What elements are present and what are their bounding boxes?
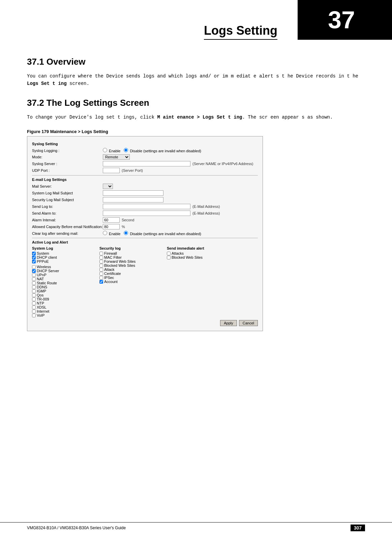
email-clear-enable-label[interactable]: Enable xyxy=(103,231,120,236)
section-37-1-title: 37.1 Overview xyxy=(27,57,365,67)
email-clear-log-row: Clear log after sending mail: Enable Dis… xyxy=(32,231,258,236)
email-mail-server-select[interactable] xyxy=(103,184,113,189)
email-clear-log-label: Clear log after sending mail: xyxy=(32,231,103,235)
system-log-ddns: DDNS xyxy=(32,285,99,289)
system-log-nat-checkbox[interactable] xyxy=(32,277,36,281)
system-log-nat: NAT xyxy=(32,277,99,281)
system-log-dhcp-client-checkbox[interactable] xyxy=(32,256,36,259)
system-log-wireless: Wireless xyxy=(32,265,99,269)
system-log-internet-checkbox[interactable] xyxy=(32,310,36,313)
syslog-server-hint: (Server NAME or IPv4/IPv6 Address) xyxy=(192,162,253,166)
system-log-voip: VoIP xyxy=(32,313,99,317)
syslog-udp-hint: (Server Port) xyxy=(122,168,143,172)
email-clear-disable-text: Disable (settings are invalid when disab… xyxy=(130,232,201,236)
email-send-log-input[interactable] xyxy=(103,204,190,209)
email-send-log-hint: (E-Mail Address) xyxy=(192,204,220,209)
syslog-logging-row: Syslog Logging : Enable Disable (setting… xyxy=(32,148,258,153)
email-send-log-label: Send Log to: xyxy=(32,204,103,209)
system-log-static-route: Static Route xyxy=(32,281,99,285)
syslog-udp-row: UDP Port : (Server Port) xyxy=(32,168,258,173)
syslog-server-input[interactable] xyxy=(103,161,190,166)
syslog-udp-input[interactable] xyxy=(103,168,120,173)
alert-attacks-checkbox[interactable] xyxy=(167,252,171,255)
security-log-attack-checkbox[interactable] xyxy=(99,268,103,272)
apply-button[interactable]: Apply xyxy=(220,320,237,326)
system-log-ddns-checkbox[interactable] xyxy=(32,285,36,289)
security-log-forward-web-checkbox[interactable] xyxy=(99,260,103,263)
system-log-upnp-checkbox[interactable] xyxy=(32,273,36,277)
security-log-blocked-web-checkbox[interactable] xyxy=(99,264,103,267)
system-log-voip-checkbox[interactable] xyxy=(32,314,36,317)
email-capacity-label: Allowed Capacity Before email Notificati… xyxy=(32,225,103,229)
system-log-wireless-checkbox[interactable] xyxy=(32,265,36,269)
email-alarm-interval-row: Alarm Interval: Second xyxy=(32,217,258,223)
system-log-internet: Internet xyxy=(32,309,99,313)
system-log-system-checkbox[interactable] xyxy=(32,252,36,255)
security-log-column: Firewall MAC Filter Forward Web Sites Bl… xyxy=(99,251,167,317)
email-clear-log-radios: Enable Disable (settings are invalid whe… xyxy=(103,231,201,236)
security-log-mac-filter-checkbox[interactable] xyxy=(99,256,103,259)
system-log-xdsl: XDSL xyxy=(32,305,99,309)
security-log-account: Account xyxy=(99,280,167,284)
system-log-dhcp-server: DHCP Server xyxy=(32,269,99,273)
security-log-forward-web: Forward Web Sites xyxy=(99,259,167,263)
system-log-col-header: System Log xyxy=(32,246,99,250)
syslog-logging-label: Syslog Logging : xyxy=(32,149,103,153)
cancel-button[interactable]: Cancel xyxy=(239,320,258,326)
syslog-enable-radio[interactable] xyxy=(103,148,107,152)
email-alarm-interval-input[interactable] xyxy=(103,217,120,223)
syslog-server-row: Syslog Server : (Server NAME or IPv4/IPv… xyxy=(32,161,258,166)
page-footer: VMG8324-B10A / VMG8324-B30A Series User'… xyxy=(0,522,392,531)
email-alarm-interval-label: Alarm Interval: xyxy=(32,218,103,222)
syslog-enable-radio-label[interactable]: Enable xyxy=(103,148,120,153)
system-log-dhcp-server-checkbox[interactable] xyxy=(32,269,36,273)
alert-attacks: Attacks xyxy=(167,251,234,255)
email-security-subject-label: Security Log Mail Subject xyxy=(32,198,103,202)
syslog-mode-label: Mode: xyxy=(32,155,103,159)
syslog-enable-label: Enable xyxy=(109,149,120,153)
syslog-title: Syslog Setting xyxy=(32,142,258,146)
email-security-subject-input[interactable] xyxy=(103,197,163,202)
security-log-firewall: Firewall xyxy=(99,251,167,255)
syslog-mode-row: Mode: Remote xyxy=(32,154,258,160)
system-log-static-route-checkbox[interactable] xyxy=(32,281,36,285)
email-send-alarm-hint: (E-Mail Address) xyxy=(192,211,220,215)
email-clear-disable-label[interactable]: Disable (settings are invalid when disab… xyxy=(124,231,201,236)
security-log-certificate-checkbox[interactable] xyxy=(99,272,103,276)
footer-left-text: VMG8324-B10A / VMG8324-B30A Series User'… xyxy=(27,526,126,530)
system-log-xdsl-checkbox[interactable] xyxy=(32,306,36,309)
page-number: 307 xyxy=(351,525,365,531)
email-send-alarm-input[interactable] xyxy=(103,211,190,216)
syslog-disable-radio[interactable] xyxy=(124,148,128,152)
security-log-firewall-checkbox[interactable] xyxy=(99,252,103,255)
syslog-mode-select[interactable]: Remote xyxy=(103,154,130,160)
email-capacity-input[interactable] xyxy=(103,224,120,229)
email-send-alarm-label: Send Alarm to: xyxy=(32,211,103,215)
email-subject-row: System Log Mail Subject xyxy=(32,190,258,196)
alert-blocked-web-checkbox[interactable] xyxy=(167,256,171,259)
syslog-disable-radio-label[interactable]: Disable (settings are invalid when disab… xyxy=(124,148,201,153)
email-send-log-row: Send Log to: (E-Mail Address) xyxy=(32,204,258,209)
immediate-alert-col-header: Send immediate alert xyxy=(167,246,234,250)
section-37-1: 37.1 Overview You can configure where th… xyxy=(27,57,365,88)
system-log-upnp: UPnP xyxy=(32,273,99,277)
section-37-2-title: 37.2 The Log Settings Screen xyxy=(27,98,365,108)
log-alert-section: System Log Security log Send immediate a… xyxy=(32,246,258,317)
system-log-ntp-checkbox[interactable] xyxy=(32,302,36,305)
figure-label: Figure 179 Maintenance > Logs Setting xyxy=(27,129,365,134)
section-37-2: 37.2 The Log Settings Screen To change y… xyxy=(27,98,365,121)
system-log-qos: Qos xyxy=(32,293,99,297)
security-log-account-checkbox[interactable] xyxy=(99,280,103,284)
security-log-certificate: Certificate xyxy=(99,272,167,276)
system-log-dhcp-client: DHCP client xyxy=(32,255,99,259)
email-clear-disable-radio[interactable] xyxy=(124,231,128,235)
system-log-qos-checkbox[interactable] xyxy=(32,293,36,297)
email-clear-enable-radio[interactable] xyxy=(103,231,107,235)
log-columns: System DHCP client PPPoE Wireless xyxy=(32,251,258,317)
system-log-igmp-checkbox[interactable] xyxy=(32,289,36,293)
email-mail-server-label: Mail Server: xyxy=(32,184,103,188)
system-log-tr009-checkbox[interactable] xyxy=(32,297,36,301)
email-subject-input[interactable] xyxy=(103,190,163,196)
system-log-pppoe-checkbox[interactable] xyxy=(32,260,36,263)
security-log-ipsec-checkbox[interactable] xyxy=(99,276,103,280)
